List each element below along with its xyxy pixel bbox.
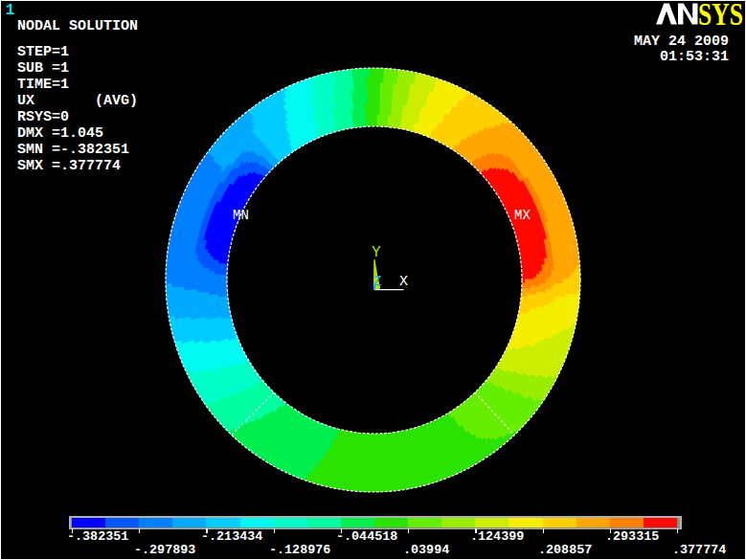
svg-text:SYS: SYS xyxy=(698,2,743,27)
